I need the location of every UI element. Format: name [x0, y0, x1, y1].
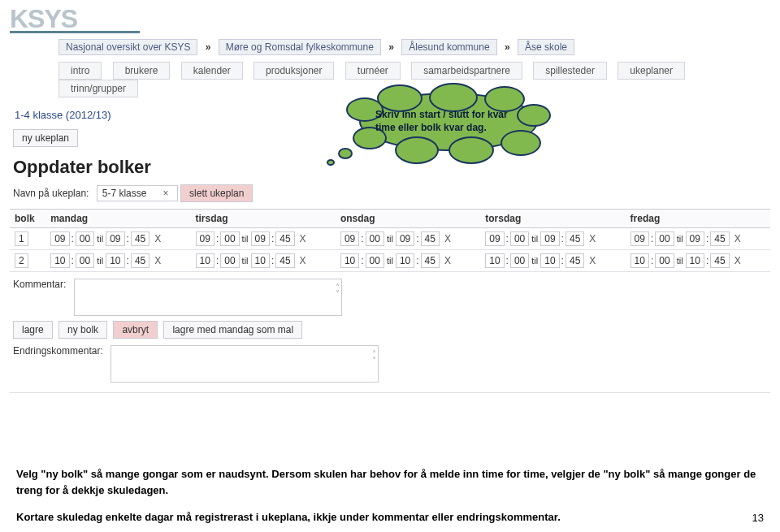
plan-name-label: Navn på ukeplan:	[13, 188, 89, 199]
tab-samarbeidspartnere[interactable]: samarbeidspartnere	[411, 62, 522, 80]
clear-time-icon[interactable]: X	[300, 255, 306, 266]
clear-time-icon[interactable]: X	[444, 255, 451, 266]
start-min-input[interactable]: 00	[366, 231, 384, 246]
tab-turneer[interactable]: turnéer	[345, 62, 401, 80]
end-min-input[interactable]: 45	[566, 231, 584, 246]
save-template-button[interactable]: lagre med mandag som mal	[163, 321, 302, 339]
col-bolk: bolk	[10, 210, 46, 228]
start-hour-input[interactable]: 10	[50, 253, 69, 268]
tab-kalender[interactable]: kalender	[181, 62, 243, 80]
end-hour-input[interactable]: 09	[251, 231, 270, 246]
clear-time-icon[interactable]: X	[300, 233, 306, 244]
resize-icon[interactable]: ˄˅	[336, 284, 340, 297]
til-label: til	[97, 256, 103, 266]
til-label: til	[387, 234, 393, 244]
delete-weekplan-button[interactable]: slett ukeplan	[180, 184, 253, 202]
start-hour-input[interactable]: 09	[50, 231, 69, 246]
col-fredag: fredag	[626, 210, 770, 228]
clear-time-icon[interactable]: X	[154, 233, 161, 244]
start-hour-input[interactable]: 09	[485, 231, 504, 246]
clear-time-icon[interactable]: X	[444, 233, 451, 244]
end-min-input[interactable]: 45	[131, 253, 150, 268]
start-min-input[interactable]: 00	[220, 253, 239, 268]
col-tirsdag: tirsdag	[191, 210, 336, 228]
clear-time-icon[interactable]: X	[734, 233, 741, 244]
chevron-icon: »	[388, 41, 394, 53]
callout-text: Skriv inn start / slutt for kvar time el…	[375, 109, 522, 134]
plan-name-input[interactable]: 5-7 klasse×	[97, 185, 178, 201]
breadcrumb-item[interactable]: Nasjonal oversikt over KSYS	[58, 39, 197, 55]
start-min-input[interactable]: 00	[366, 253, 384, 268]
start-hour-input[interactable]: 10	[630, 253, 649, 268]
end-min-input[interactable]: 45	[131, 231, 150, 246]
start-hour-input[interactable]: 10	[340, 253, 359, 268]
end-hour-input[interactable]: 10	[251, 253, 270, 268]
end-hour-input[interactable]: 10	[540, 253, 559, 268]
col-mandag: mandag	[46, 210, 190, 228]
end-hour-input[interactable]: 10	[686, 253, 704, 268]
end-hour-input[interactable]: 10	[106, 253, 124, 268]
start-min-input[interactable]: 00	[220, 231, 239, 246]
tab-intro[interactable]: intro	[58, 62, 102, 80]
start-hour-input[interactable]: 10	[196, 253, 214, 268]
clear-time-icon[interactable]: X	[734, 255, 741, 266]
chevron-icon: »	[206, 41, 211, 53]
tab-trinn-grupper[interactable]: trinn/grupper	[58, 80, 138, 97]
breadcrumb-item[interactable]: Ålesund kommune	[401, 39, 496, 55]
end-min-input[interactable]: 45	[421, 231, 440, 246]
start-hour-input[interactable]: 10	[485, 253, 504, 268]
logo-text: KSYS	[10, 4, 140, 34]
chevron-icon: »	[505, 41, 510, 53]
start-min-input[interactable]: 00	[510, 231, 529, 246]
start-hour-input[interactable]: 09	[196, 231, 214, 246]
page-title: Oppdater bolker	[13, 157, 770, 178]
clear-icon[interactable]: ×	[162, 188, 168, 199]
end-min-input[interactable]: 45	[275, 253, 294, 268]
start-hour-input[interactable]: 09	[340, 231, 359, 246]
end-min-input[interactable]: 45	[710, 231, 729, 246]
til-label: til	[387, 256, 393, 266]
til-label: til	[97, 234, 103, 244]
schedule-table: bolk mandag tirsdag onsdag torsdag freda…	[10, 209, 770, 272]
save-button[interactable]: lagre	[13, 321, 53, 339]
start-min-input[interactable]: 00	[76, 253, 94, 268]
tab-produksjoner[interactable]: produksjoner	[254, 62, 334, 80]
new-bolk-button[interactable]: ny bolk	[58, 321, 107, 339]
til-label: til	[677, 256, 683, 266]
tab-spillesteder[interactable]: spillesteder	[533, 62, 607, 80]
clear-time-icon[interactable]: X	[154, 255, 161, 266]
end-hour-input[interactable]: 09	[540, 231, 559, 246]
bolk-number: 2	[15, 253, 28, 268]
til-label: til	[531, 256, 538, 266]
start-hour-input[interactable]: 09	[630, 231, 649, 246]
end-min-input[interactable]: 45	[566, 253, 584, 268]
end-min-input[interactable]: 45	[421, 253, 440, 268]
resize-icon[interactable]: ˄˅	[372, 351, 376, 364]
change-comment-textarea[interactable]: ˄˅	[110, 345, 379, 383]
til-label: til	[242, 256, 249, 266]
end-hour-input[interactable]: 09	[686, 231, 704, 246]
tab-ukeplaner[interactable]: ukeplaner	[618, 62, 685, 80]
instructions-text: Velg "ny bolk" så mange gongar som er na…	[16, 466, 764, 526]
clear-time-icon[interactable]: X	[589, 255, 596, 266]
breadcrumb-item[interactable]: Åse skole	[518, 39, 574, 55]
end-hour-input[interactable]: 10	[396, 253, 414, 268]
table-row: 109:00til09:45X09:00til09:45X09:00til09:…	[10, 228, 770, 250]
clear-time-icon[interactable]: X	[589, 233, 596, 244]
tab-brukere[interactable]: brukere	[113, 62, 171, 80]
comment-label: Kommentar:	[13, 279, 66, 290]
start-min-input[interactable]: 00	[655, 253, 674, 268]
new-weekplan-button[interactable]: ny ukeplan	[13, 129, 78, 147]
breadcrumb-item[interactable]: Møre og Romsdal fylkeskommune	[219, 39, 381, 55]
start-min-input[interactable]: 00	[655, 231, 674, 246]
instruction-para-2: Kortare skuledag enkelte dagar må regist…	[16, 509, 764, 526]
end-min-input[interactable]: 45	[275, 231, 294, 246]
start-min-input[interactable]: 00	[510, 253, 529, 268]
comment-textarea[interactable]: ˄˅	[74, 279, 342, 316]
end-hour-input[interactable]: 09	[396, 231, 414, 246]
end-hour-input[interactable]: 09	[106, 231, 124, 246]
cancel-button[interactable]: avbryt	[113, 321, 158, 339]
end-min-input[interactable]: 45	[710, 253, 729, 268]
start-min-input[interactable]: 00	[76, 231, 94, 246]
til-label: til	[242, 234, 249, 244]
